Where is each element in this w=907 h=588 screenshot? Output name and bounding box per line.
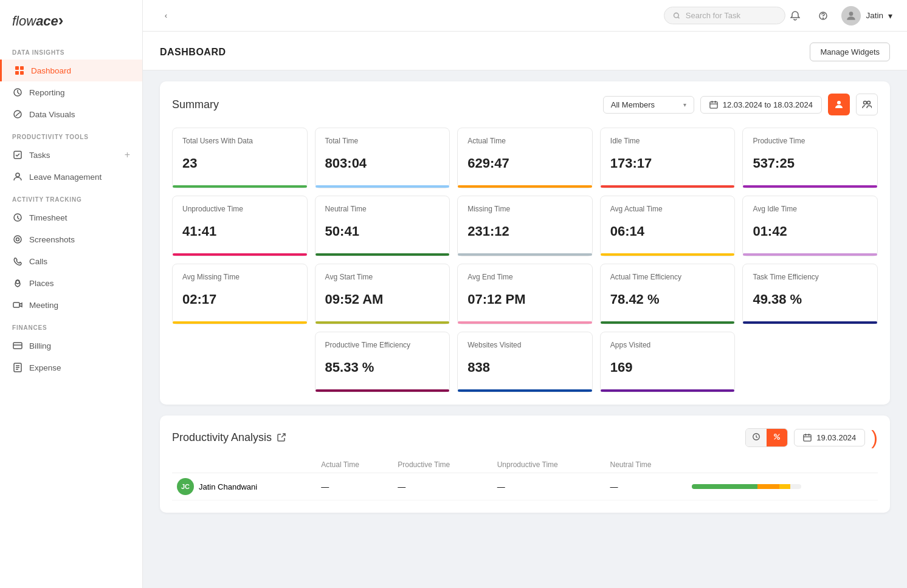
svg-point-10 bbox=[16, 238, 19, 241]
group-view-button[interactable] bbox=[856, 94, 878, 115]
metric-label: Avg Missing Time bbox=[182, 273, 297, 281]
metric-bar bbox=[458, 321, 592, 324]
metric-total-users: Total Users With Data 23 bbox=[172, 128, 308, 188]
collapse-sidebar-button[interactable]: ‹ bbox=[157, 7, 174, 24]
notifications-icon[interactable] bbox=[785, 6, 805, 26]
percent-view-button[interactable] bbox=[767, 429, 787, 446]
sidebar-item-label: Calls bbox=[29, 257, 47, 266]
sidebar-item-expense[interactable]: Expense bbox=[0, 357, 142, 378]
sidebar-item-tasks[interactable]: Tasks + bbox=[0, 144, 142, 166]
svg-point-17 bbox=[823, 18, 824, 18]
productivity-title: Productivity Analysis bbox=[172, 431, 286, 444]
unproductive-time-cell: — bbox=[492, 473, 605, 501]
metric-bar bbox=[743, 185, 877, 188]
help-icon[interactable] bbox=[813, 6, 833, 26]
sidebar-item-timesheet[interactable]: Timesheet bbox=[0, 207, 142, 228]
metric-label: Unproductive Time bbox=[182, 205, 297, 213]
metric-label: Apps Visited bbox=[610, 341, 725, 349]
svg-point-20 bbox=[837, 101, 841, 104]
percent-icon bbox=[773, 432, 781, 441]
sidebar-item-calls[interactable]: Calls bbox=[0, 250, 142, 272]
individual-view-button[interactable] bbox=[828, 94, 850, 115]
sidebar-item-label: Meeting bbox=[29, 301, 58, 310]
col-neutral-time: Neutral Time bbox=[605, 457, 688, 473]
user-avatar bbox=[841, 6, 861, 26]
neutral-bar-segment bbox=[757, 484, 779, 489]
productivity-analysis-card: Productivity Analysis 19.03.202 bbox=[160, 415, 890, 513]
section-finances: FINANCES bbox=[0, 316, 142, 335]
metric-idle-time: Idle Time 173:17 bbox=[600, 128, 736, 188]
members-dropdown[interactable]: All Members ▾ bbox=[603, 96, 694, 114]
metric-label: Actual Time bbox=[467, 137, 582, 145]
section-activity-tracking: ACTIVITY TRACKING bbox=[0, 188, 142, 207]
metric-label: Websites Visited bbox=[467, 341, 582, 349]
metric-bar bbox=[173, 321, 307, 324]
metric-label: Avg Idle Time bbox=[753, 205, 867, 213]
view-toggle bbox=[745, 428, 788, 447]
summary-title: Summary bbox=[172, 98, 219, 111]
metric-bar bbox=[316, 389, 450, 392]
timesheet-icon bbox=[12, 212, 23, 223]
metric-label: Avg End Time bbox=[467, 273, 582, 281]
neutral-time-cell: — bbox=[605, 473, 688, 501]
metric-label: Productive Time bbox=[753, 137, 867, 145]
clock-view-button[interactable] bbox=[746, 429, 767, 446]
metric-bar bbox=[173, 253, 307, 256]
billing-icon bbox=[12, 340, 23, 351]
col-unproductive-time: Unproductive Time bbox=[492, 457, 605, 473]
sidebar-item-places[interactable]: Places bbox=[0, 272, 142, 294]
clock-icon bbox=[752, 432, 760, 441]
sidebar-item-meeting[interactable]: Meeting bbox=[0, 294, 142, 316]
logo: flowace› bbox=[0, 0, 142, 41]
data-visuals-icon bbox=[12, 109, 23, 120]
sidebar-item-screenshots[interactable]: Screenshots bbox=[0, 228, 142, 250]
sidebar-item-reporting[interactable]: Reporting bbox=[0, 81, 142, 103]
sidebar-item-billing[interactable]: Billing bbox=[0, 335, 142, 357]
metric-value: 06:14 bbox=[610, 224, 725, 239]
metric-avg-start-time: Avg Start Time 09:52 AM bbox=[315, 264, 450, 324]
user-chevron-icon: ▾ bbox=[888, 11, 892, 21]
col-actual-time: Actual Time bbox=[316, 457, 393, 473]
sidebar-item-label: Billing bbox=[29, 341, 51, 350]
sidebar-item-leave-management[interactable]: Leave Management bbox=[0, 166, 142, 188]
metric-value: 09:52 AM bbox=[325, 292, 440, 307]
metric-value: 23 bbox=[182, 156, 297, 171]
metric-bar bbox=[743, 321, 877, 324]
manage-widgets-button[interactable]: Manage Widgets bbox=[810, 43, 890, 61]
svg-point-25 bbox=[778, 437, 780, 439]
sidebar-item-data-visuals[interactable]: Data Visuals bbox=[0, 103, 142, 125]
user-cell: JC Jatin Chandwani bbox=[177, 478, 311, 495]
metric-value: 49.38 % bbox=[753, 292, 867, 307]
sidebar-item-dashboard[interactable]: Dashboard bbox=[0, 60, 142, 81]
metric-value: 629:47 bbox=[467, 156, 582, 171]
search-box[interactable] bbox=[664, 7, 785, 24]
metric-value: 173:17 bbox=[610, 156, 725, 171]
dashboard-icon bbox=[14, 65, 25, 76]
metric-bar bbox=[316, 321, 450, 324]
metric-label: Neutral Time bbox=[325, 205, 440, 213]
metric-value: 41:41 bbox=[182, 224, 297, 239]
tasks-add-icon[interactable]: + bbox=[125, 149, 130, 160]
user-menu[interactable]: Jatin ▾ bbox=[841, 6, 892, 26]
metric-value: 85.33 % bbox=[325, 360, 440, 375]
metric-label: Missing Time bbox=[467, 205, 582, 213]
productivity-date-label: 19.03.2024 bbox=[816, 433, 856, 442]
search-input[interactable] bbox=[686, 11, 777, 20]
productive-time-cell: — bbox=[393, 473, 492, 501]
metric-websites-visited: Websites Visited 838 bbox=[457, 332, 593, 392]
metric-value: 78.42 % bbox=[610, 292, 725, 307]
time-bar bbox=[692, 484, 801, 489]
col-productive-time: Productive Time bbox=[393, 457, 492, 473]
metric-apps-visited: Apps Visited 169 bbox=[600, 332, 736, 392]
summary-controls: All Members ▾ 12.03.2024 to 18.03.2024 bbox=[603, 94, 878, 115]
sidebar-item-label: Leave Management bbox=[29, 173, 102, 182]
metric-bar bbox=[458, 389, 592, 392]
calls-icon bbox=[12, 256, 23, 267]
metric-actual-time-efficiency: Actual Time Efficiency 78.42 % bbox=[600, 264, 736, 324]
date-range-button[interactable]: 12.03.2024 to 18.03.2024 bbox=[700, 96, 822, 114]
productivity-date-button[interactable]: 19.03.2024 bbox=[794, 429, 865, 446]
metric-label: Avg Start Time bbox=[325, 273, 440, 281]
productive-bar-segment bbox=[692, 484, 757, 489]
metric-value: 838 bbox=[467, 360, 582, 375]
tasks-icon bbox=[12, 149, 23, 160]
